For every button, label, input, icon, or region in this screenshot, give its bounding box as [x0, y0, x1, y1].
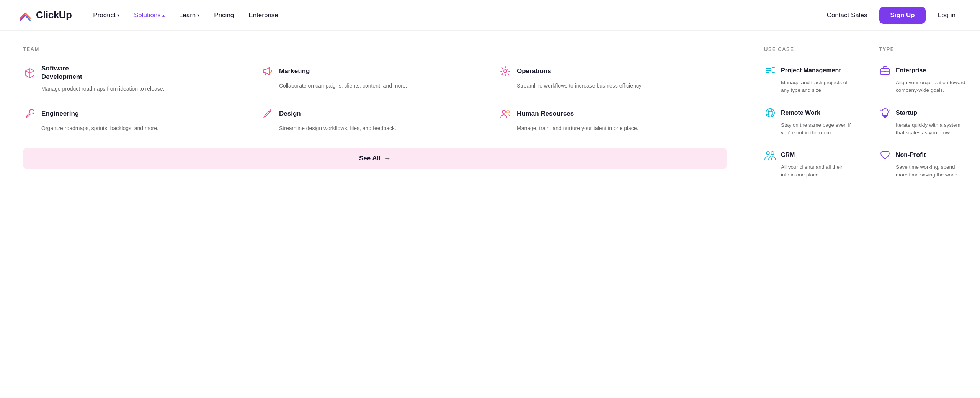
bulb-icon	[879, 107, 891, 119]
team-item-operations[interactable]: Operations Streamline workflows to incre…	[498, 64, 727, 93]
cube-icon	[23, 66, 37, 80]
svg-point-7	[502, 110, 505, 113]
learn-chevron-icon: ▾	[197, 13, 199, 18]
see-all-button[interactable]: See All →	[23, 148, 727, 169]
startup-desc: Iterate quickly with a system that scale…	[879, 121, 966, 137]
svg-line-27	[881, 110, 882, 111]
team-item-design[interactable]: Design Streamline design workflows, file…	[261, 107, 489, 132]
crm-desc: All your clients and all their info in o…	[764, 163, 851, 179]
signup-button[interactable]: Sign Up	[879, 7, 925, 24]
megaphone-icon	[261, 64, 274, 78]
usecase-project-mgmt[interactable]: Project Management Manage and track proj…	[764, 64, 851, 95]
svg-point-4	[26, 116, 28, 117]
login-link[interactable]: Log in	[932, 8, 962, 22]
wrench-icon	[23, 107, 37, 121]
marketing-title: Marketing	[279, 67, 310, 75]
nav-product[interactable]: Product ▾	[87, 8, 126, 22]
design-desc: Streamline design workflows, files, and …	[261, 124, 489, 132]
project-mgmt-desc: Manage and track projects of any type an…	[764, 79, 851, 95]
startup-title: Startup	[896, 109, 917, 116]
engineering-desc: Organize roadmaps, sprints, backlogs, an…	[23, 124, 252, 132]
globe-icon	[764, 107, 776, 119]
people-icon	[498, 107, 512, 121]
operations-title: Operations	[517, 67, 551, 75]
operations-desc: Streamline workflows to increase busines…	[498, 82, 727, 90]
svg-point-8	[507, 111, 509, 113]
crm-title: CRM	[781, 152, 795, 158]
product-chevron-icon: ▾	[117, 13, 119, 18]
logo[interactable]: ClickUp	[18, 8, 72, 22]
usecase-section: USE CASE Project Manage	[750, 31, 865, 253]
brand-name: ClickUp	[36, 9, 72, 21]
nav-learn[interactable]: Learn ▾	[173, 8, 206, 22]
navbar: ClickUp Product ▾ Solutions ▴ Learn ▾ Pr…	[0, 0, 980, 31]
type-section-label: TYPE	[879, 46, 966, 52]
heart-icon	[879, 149, 891, 161]
nav-enterprise[interactable]: Enterprise	[242, 8, 284, 22]
team-section: TEAM SoftwareDevelopment Manage prod	[0, 31, 750, 253]
software-dev-desc: Manage product roadmaps from ideation to…	[23, 85, 252, 93]
team-item-hr[interactable]: Human Resources Manage, train, and nurtu…	[498, 107, 727, 132]
nav-links: Product ▾ Solutions ▴ Learn ▾ Pricing En…	[87, 8, 820, 22]
usecase-label: USE CASE	[764, 46, 851, 52]
contact-sales-link[interactable]: Contact Sales	[821, 8, 874, 22]
project-mgmt-title: Project Management	[781, 67, 841, 74]
nonprofit-desc: Save time working, spend more time savin…	[879, 163, 966, 179]
solutions-chevron-icon: ▴	[162, 13, 165, 18]
marketing-desc: Collaborate on campaigns, clients, conte…	[261, 82, 489, 90]
type-nonprofit[interactable]: Non-Profit Save time working, spend more…	[879, 149, 966, 179]
engineering-title: Engineering	[41, 109, 79, 118]
team-grid: SoftwareDevelopment Manage product roadm…	[23, 64, 727, 132]
list-icon	[764, 64, 776, 77]
hr-title: Human Resources	[517, 109, 574, 118]
usecase-remote-work[interactable]: Remote Work Stay on the same page even i…	[764, 107, 851, 137]
nonprofit-title: Non-Profit	[896, 152, 926, 158]
software-dev-title: SoftwareDevelopment	[41, 64, 82, 81]
gear-icon	[498, 64, 512, 78]
people-crm-icon	[764, 149, 776, 161]
svg-line-28	[889, 110, 890, 111]
design-title: Design	[279, 109, 301, 118]
svg-point-18	[766, 152, 769, 155]
solutions-dropdown: TEAM SoftwareDevelopment Manage prod	[0, 31, 980, 253]
team-section-label: TEAM	[23, 46, 727, 52]
nav-solutions[interactable]: Solutions ▴	[128, 8, 171, 22]
briefcase-icon	[879, 64, 891, 77]
enterprise-desc: Align your organization toward company-w…	[879, 79, 966, 95]
svg-point-3	[504, 70, 507, 73]
nav-pricing[interactable]: Pricing	[208, 8, 240, 22]
type-startup[interactable]: Startup Iterate quickly with a system th…	[879, 107, 966, 137]
remote-work-desc: Stay on the same page even if you're not…	[764, 121, 851, 137]
type-section: TYPE Enterprise Align	[865, 31, 980, 253]
svg-line-5	[270, 111, 271, 112]
team-item-software[interactable]: SoftwareDevelopment Manage product roadm…	[23, 64, 252, 93]
usecase-list: Project Management Manage and track proj…	[764, 64, 851, 179]
team-item-engineering[interactable]: Engineering Organize roadmaps, sprints, …	[23, 107, 252, 132]
nav-right: Contact Sales Sign Up Log in	[821, 7, 962, 24]
team-item-marketing[interactable]: Marketing Collaborate on campaigns, clie…	[261, 64, 489, 93]
logo-icon	[18, 8, 32, 22]
type-enterprise[interactable]: Enterprise Align your organization towar…	[879, 64, 966, 95]
usecase-crm[interactable]: CRM All your clients and all their info …	[764, 149, 851, 179]
type-list: Enterprise Align your organization towar…	[879, 64, 966, 179]
hr-desc: Manage, train, and nurture your talent i…	[498, 124, 727, 132]
remote-work-title: Remote Work	[781, 109, 820, 116]
see-all-arrow-icon: →	[384, 155, 391, 162]
svg-point-19	[771, 152, 774, 155]
pencil-icon	[261, 107, 274, 121]
enterprise-title: Enterprise	[896, 67, 926, 74]
